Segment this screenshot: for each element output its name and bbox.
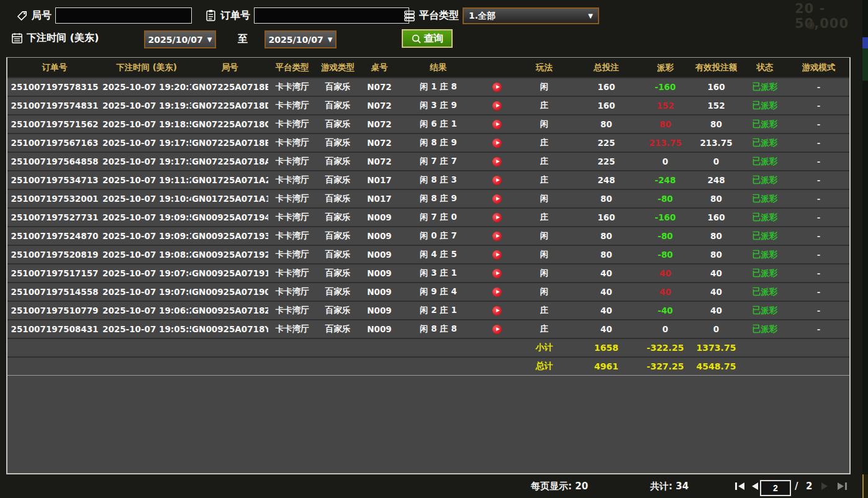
order-number-label: 订单号 (220, 9, 250, 22)
replay-play-icon[interactable] (492, 213, 502, 222)
replay-cell (477, 227, 516, 245)
result-cell: 闲 9 庄 4 (399, 283, 477, 301)
bet-time-cell: 2025-10-07 19:06:24 (102, 301, 191, 320)
replay-play-icon[interactable] (492, 325, 502, 334)
order-number-input[interactable] (254, 7, 409, 24)
platform-type-cell: 卡卡湾厅 (268, 320, 316, 338)
play-method-cell: 闲 (516, 264, 572, 283)
play-method-cell: 闲 (516, 189, 572, 208)
valid-bet-cell: 40 (690, 283, 742, 301)
table-header-row: 订单号 下注时间 (美东) 局号 平台类型 游戏类型 桌号 结果 玩法 总投注 … (7, 58, 849, 78)
background-sliver-blue (862, 37, 868, 48)
col-result: 结果 (399, 58, 477, 78)
background-sliver-green (862, 48, 868, 81)
server-stack-icon (404, 10, 415, 22)
valid-bet-cell: 213.75 (690, 134, 742, 152)
replay-play-icon[interactable] (492, 101, 502, 111)
status-cell: 已派彩 (742, 96, 788, 115)
game-type-cell: 百家乐 (316, 301, 359, 320)
result-cell: 闲 8 庄 9 (399, 189, 477, 208)
last-page-button[interactable] (837, 482, 847, 491)
clipboard-icon (205, 9, 217, 22)
payout-cell: 40 (640, 283, 690, 301)
game-mode-cell: - (788, 171, 849, 189)
game-type-cell: 百家乐 (316, 152, 359, 171)
order-number-cell: 251007197520819 (7, 245, 102, 264)
date-to-value: 2025/10/07 (269, 35, 323, 45)
next-page-button[interactable] (821, 482, 828, 491)
result-cell: 闲 3 庄 9 (399, 96, 477, 115)
replay-play-icon[interactable] (492, 157, 502, 166)
total-bet-cell: 40 (572, 320, 640, 338)
result-cell: 闲 0 庄 7 (399, 227, 477, 245)
round-number-cell: GN07225A0718E (191, 78, 268, 96)
total-bet-cell: 80 (572, 115, 640, 134)
table-row: 251007197532001 2025-10-07 19:10:46 GN01… (7, 189, 849, 208)
valid-bet-cell: 80 (690, 115, 742, 134)
play-method-cell: 庄 (516, 208, 572, 227)
table-row: 251007197578315 2025-10-07 19:20:15 GN07… (7, 78, 849, 96)
play-method-cell: 闲 (516, 283, 572, 301)
replay-play-icon[interactable] (492, 269, 502, 278)
bet-time-cell: 2025-10-07 19:09:51 (102, 208, 191, 227)
bet-time-cell: 2025-10-07 19:11:20 (102, 171, 191, 189)
table-number-cell: N009 (359, 264, 399, 283)
table-number-cell: N009 (359, 301, 399, 320)
valid-bet-cell: 80 (690, 245, 742, 264)
valid-bet-cell: 160 (690, 78, 742, 96)
status-cell: 已派彩 (742, 189, 788, 208)
subtotal-label: 小计 (516, 338, 572, 357)
replay-play-icon[interactable] (492, 120, 502, 129)
replay-play-icon[interactable] (492, 250, 502, 260)
page-number-input[interactable] (760, 480, 791, 496)
game-mode-cell: - (788, 96, 849, 115)
platform-type-select[interactable]: 1.全部 ▼ (463, 7, 599, 24)
replay-play-icon[interactable] (492, 232, 502, 241)
game-type-cell: 百家乐 (316, 227, 359, 245)
grandtotal-row: 总计 4961 -327.25 4548.75 (7, 357, 849, 376)
replay-play-icon[interactable] (492, 287, 502, 297)
col-table-number: 桌号 (359, 58, 399, 78)
platform-type-cell: 卡卡湾厅 (268, 264, 316, 283)
replay-cell (477, 320, 516, 338)
subtotal-total-bet: 1658 (572, 338, 640, 357)
game-type-cell: 百家乐 (316, 320, 359, 338)
background-faint-limit-text: 20 - 50,000 (795, 1, 868, 31)
result-cell: 闲 7 庄 7 (399, 152, 477, 171)
chevron-down-icon: ▼ (207, 36, 212, 43)
status-cell: 已派彩 (742, 78, 788, 96)
replay-play-icon[interactable] (492, 194, 502, 204)
table-row: 251007197567163 2025-10-07 19:17:59 GN07… (7, 134, 849, 152)
order-number-cell: 251007197564858 (7, 152, 102, 171)
payout-cell: 213.75 (640, 134, 690, 152)
replay-play-icon[interactable] (492, 138, 502, 148)
first-page-button[interactable] (735, 482, 745, 491)
payout-cell: 80 (640, 115, 690, 134)
table-row: 251007197520819 2025-10-07 19:08:26 GN00… (7, 245, 849, 264)
status-cell: 已派彩 (742, 283, 788, 301)
result-cell: 闲 6 庄 1 (399, 115, 477, 134)
game-mode-cell: - (788, 264, 849, 283)
result-cell: 闲 8 庄 8 (399, 320, 477, 338)
game-type-cell: 百家乐 (316, 115, 359, 134)
play-method-cell: 闲 (516, 78, 572, 96)
game-mode-cell: - (788, 283, 849, 301)
prev-page-button[interactable] (751, 482, 759, 491)
status-cell: 已派彩 (742, 301, 788, 320)
play-method-cell: 庄 (516, 134, 572, 152)
grandtotal-valid-bet: 4548.75 (690, 357, 742, 376)
game-mode-cell: - (788, 152, 849, 171)
date-from-select[interactable]: 2025/10/07 ▼ (144, 30, 216, 48)
replay-play-icon[interactable] (492, 306, 502, 315)
platform-type-cell: 卡卡湾厅 (268, 134, 316, 152)
replay-cell (477, 96, 516, 115)
search-button[interactable]: 查询 (402, 29, 453, 48)
round-number-input[interactable] (55, 7, 192, 24)
replay-play-icon[interactable] (492, 83, 502, 92)
platform-type-cell: 卡卡湾厅 (268, 208, 316, 227)
background-sliver-bottom (862, 474, 868, 498)
table-number-cell: N072 (359, 115, 399, 134)
replay-play-icon[interactable] (492, 176, 502, 185)
payout-cell: -80 (640, 189, 690, 208)
date-to-select[interactable]: 2025/10/07 ▼ (264, 30, 337, 48)
